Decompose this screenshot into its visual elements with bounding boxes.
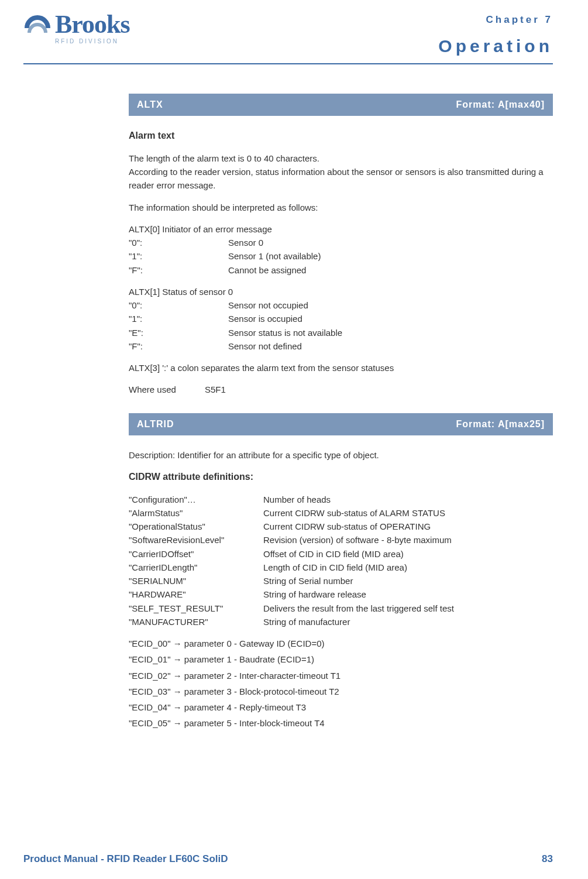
definition-key: "1": (129, 312, 228, 325)
definition-key: "0": (129, 236, 228, 249)
definition-value: Delivers the result from the last trigge… (263, 602, 553, 615)
definition-key: "F": (129, 263, 228, 277)
bar-format: Format: A[max40] (456, 99, 545, 110)
definition-value: Cannot be assigned (228, 263, 553, 277)
definition-row: "CarrierIDOffset"Offset of CID in CID fi… (129, 547, 553, 561)
definition-row: "SERIALNUM"String of Serial number (129, 574, 553, 588)
altx0-heading: ALTX[0] Initiator of an error message (129, 222, 553, 236)
bar-title: ALTRID (137, 419, 174, 430)
definition-value: Sensor 1 (not available) (228, 249, 553, 263)
altx3-text: ALTX[3] ':' a colon separates the alarm … (129, 361, 553, 375)
definition-value: String of manufacturer (263, 615, 553, 629)
header-divider (23, 63, 553, 64)
definition-value: Length of CID in CID field (MID area) (263, 561, 553, 574)
definition-key: "AlarmStatus" (129, 506, 263, 520)
definition-value: Sensor not occupied (228, 298, 553, 312)
definition-key: "CarrierIDLength" (129, 561, 263, 574)
definition-key: "F": (129, 339, 228, 353)
brand-logo: Brooks RFID DIVISION (23, 12, 130, 44)
definition-key: "Configuration"… (129, 493, 263, 506)
definition-row: "AlarmStatus"Current CIDRW sub-status of… (129, 506, 553, 520)
bar-format: Format: A[max25] (456, 419, 545, 430)
footer-page-number: 83 (542, 853, 553, 865)
definition-key: "CarrierIDOffset" (129, 547, 263, 561)
brand-division: RFID DIVISION (55, 39, 130, 44)
definition-row: "0":Sensor 0 (129, 236, 553, 249)
section-bar-altx: ALTX Format: A[max40] (129, 94, 553, 116)
definition-key: "SERIALNUM" (129, 574, 263, 588)
definition-row: "0":Sensor not occupied (129, 298, 553, 312)
body-text: Description: Identifier for an attribute… (129, 448, 553, 462)
definition-key: "HARDWARE" (129, 588, 263, 601)
ecid-line: "ECID_03" → parameter 3 - Block-protocol… (129, 685, 553, 698)
definition-row: "CarrierIDLength"Length of CID in CID fi… (129, 561, 553, 574)
body-text: The information should be interpreted as… (129, 201, 553, 214)
definition-key: "SELF_TEST_RESULT" (129, 602, 263, 615)
chapter-title: Operation (438, 36, 553, 56)
altx1-heading: ALTX[1] Status of sensor 0 (129, 285, 553, 298)
subheading-alarm-text: Alarm text (129, 129, 553, 143)
definition-row: "OperationalStatus"Current CIDRW sub-sta… (129, 520, 553, 533)
definition-row: "F":Sensor not defined (129, 339, 553, 353)
definition-row: "E":Sensor status is not available (129, 326, 553, 339)
definition-row: "F":Cannot be assigned (129, 263, 553, 277)
where-used-value: S5F1 (205, 383, 553, 396)
definition-key: "SoftwareRevisionLevel" (129, 533, 263, 547)
definition-row: "SELF_TEST_RESULT"Delivers the result fr… (129, 602, 553, 615)
brand-name: Brooks (55, 12, 130, 37)
ecid-line: "ECID_05" → parameter 5 - Inter-block-ti… (129, 716, 553, 730)
definition-row: "MANUFACTURER"String of manufacturer (129, 615, 553, 629)
definition-key: "E": (129, 326, 228, 339)
ecid-line: "ECID_04" → parameter 4 - Reply-timeout … (129, 701, 553, 714)
definition-key: "MANUFACTURER" (129, 615, 263, 629)
definition-row: "SoftwareRevisionLevel"Revision (version… (129, 533, 553, 547)
chapter-label: Chapter 7 (438, 14, 553, 26)
definition-key: "0": (129, 298, 228, 312)
definition-row: "Configuration"…Number of heads (129, 493, 553, 506)
brooks-arc-icon (23, 14, 51, 42)
definition-value: String of hardware release (263, 588, 553, 601)
definition-key: "OperationalStatus" (129, 520, 263, 533)
ecid-line: "ECID_01" → parameter 1 - Baudrate (ECID… (129, 653, 553, 666)
definition-value: Current CIDRW sub-status of OPERATING (263, 520, 553, 533)
definition-key: "1": (129, 249, 228, 263)
definition-value: Sensor 0 (228, 236, 553, 249)
section-bar-altrid: ALTRID Format: A[max25] (129, 413, 553, 435)
subheading-cidrw-defs: CIDRW attribute definitions: (129, 470, 553, 485)
definition-value: String of Serial number (263, 574, 553, 588)
definition-row: "HARDWARE"String of hardware release (129, 588, 553, 601)
where-used-label: Where used (129, 383, 205, 396)
footer-manual-title: Product Manual - RFID Reader LF60C SoliD (23, 853, 228, 865)
definition-value: Sensor status is not available (228, 326, 553, 339)
ecid-line: "ECID_02" → parameter 2 - Inter-characte… (129, 669, 553, 682)
ecid-line: "ECID_00" → parameter 0 - Gateway ID (EC… (129, 637, 553, 650)
definition-value: Offset of CID in CID field (MID area) (263, 547, 553, 561)
definition-value: Sensor is occupied (228, 312, 553, 325)
definition-row: "1":Sensor is occupied (129, 312, 553, 325)
definition-value: Revision (version) of software - 8-byte … (263, 533, 553, 547)
definition-value: Sensor not defined (228, 339, 553, 353)
definition-value: Number of heads (263, 493, 553, 506)
bar-title: ALTX (137, 99, 163, 110)
body-text: According to the reader version, status … (129, 165, 553, 193)
definition-row: "1":Sensor 1 (not available) (129, 249, 553, 263)
body-text: The length of the alarm text is 0 to 40 … (129, 152, 553, 165)
definition-value: Current CIDRW sub-status of ALARM STATUS (263, 506, 553, 520)
